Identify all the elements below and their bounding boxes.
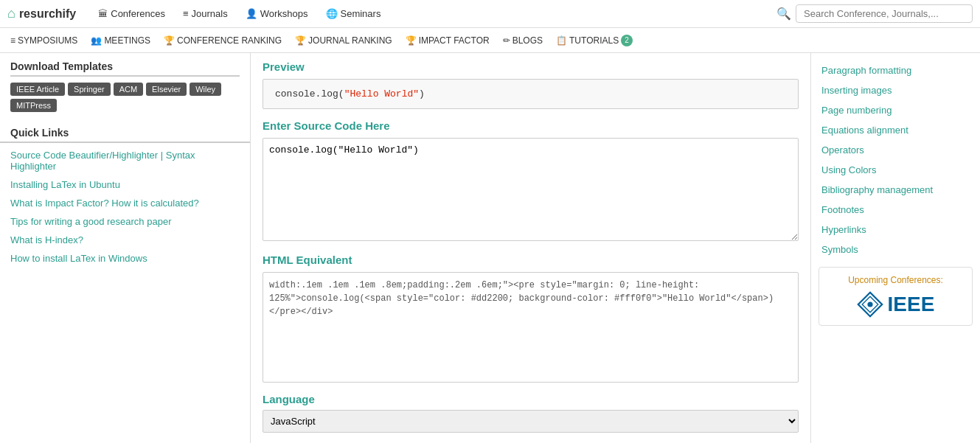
nav-workshops[interactable]: 👤 Workshops: [238, 5, 316, 22]
main-layout: Download Templates IEEE Article Springer…: [0, 53, 980, 443]
source-textarea[interactable]: console.log("Hello World"): [263, 138, 799, 241]
search-area: 🔍: [776, 4, 973, 23]
meetings-icon: 👥: [91, 35, 102, 46]
template-mitpress[interactable]: MITPress: [10, 99, 57, 112]
right-link-9[interactable]: Symbols: [811, 240, 980, 259]
right-link-2[interactable]: Page numbering: [811, 100, 980, 120]
top-nav-links: 🏛 Conferences ≡ Journals 👤 Workshops 🌐 S…: [91, 5, 776, 22]
svg-point-2: [867, 301, 872, 307]
quick-link-3[interactable]: Tips for writing a good research paper: [0, 212, 250, 231]
nav-journal-ranking[interactable]: 🏆 JOURNAL RANKING: [289, 32, 398, 49]
template-buttons: IEEE Article Springer ACM Elsevier Wiley…: [10, 83, 240, 112]
quick-links-title: Quick Links: [0, 119, 250, 143]
conf-ranking-icon: 🏆: [164, 35, 175, 46]
nav-seminars[interactable]: 🌐 Seminars: [319, 5, 389, 22]
html-equiv-title: HTML Equivalent: [263, 254, 799, 266]
logo-link[interactable]: ⌂ resurchify: [7, 6, 76, 21]
right-link-1[interactable]: Inserting images: [811, 80, 980, 100]
nav-impact-factor[interactable]: 🏆 IMPACT FACTOR: [400, 32, 496, 49]
search-input[interactable]: [796, 4, 973, 23]
upcoming-title: Upcoming Conferences:: [827, 275, 965, 285]
template-acm[interactable]: ACM: [114, 83, 143, 96]
search-button[interactable]: 🔍: [776, 7, 791, 21]
symposiums-icon: ≡: [10, 35, 15, 46]
preview-code: console.log("Hello World"): [275, 88, 425, 100]
ieee-text: IEEE: [888, 293, 935, 316]
nav-symposiums[interactable]: ≡ SYMPOSIUMS: [4, 32, 83, 49]
quick-link-1[interactable]: Installing LaTex in Ubuntu: [0, 175, 250, 194]
nav-conferences[interactable]: 🏛 Conferences: [91, 5, 173, 22]
second-nav: ≡ SYMPOSIUMS 👥 MEETINGS 🏆 CONFERENCE RAN…: [0, 28, 980, 53]
center-content: Preview console.log("Hello World") Enter…: [251, 53, 810, 443]
ieee-diamond-icon: [857, 291, 883, 318]
right-link-4[interactable]: Operators: [811, 140, 980, 160]
right-link-7[interactable]: Footnotes: [811, 200, 980, 220]
tutorials-icon: 📋: [556, 35, 567, 46]
language-select[interactable]: JavaScript: [263, 410, 799, 433]
nav-conference-ranking[interactable]: 🏆 CONFERENCE RANKING: [158, 32, 288, 49]
left-sidebar: Download Templates IEEE Article Springer…: [0, 53, 251, 443]
right-link-5[interactable]: Using Colors: [811, 160, 980, 180]
preview-box: console.log("Hello World"): [263, 79, 799, 109]
html-equiv-box[interactable]: width:.1em .1em .1em .8em;padding:.2em .…: [263, 272, 799, 383]
seminars-icon: 🌐: [326, 8, 338, 19]
template-wiley[interactable]: Wiley: [190, 83, 221, 96]
nav-tutorials[interactable]: 📋 TUTORIALS 2: [550, 32, 639, 49]
template-ieee[interactable]: IEEE Article: [10, 83, 65, 96]
download-templates-section: Download Templates IEEE Article Springer…: [0, 60, 250, 119]
upcoming-box: Upcoming Conferences: IEEE: [819, 267, 973, 326]
journal-ranking-icon: 🏆: [295, 35, 306, 46]
impact-factor-icon: 🏆: [406, 35, 417, 46]
top-nav: ⌂ resurchify 🏛 Conferences ≡ Journals 👤 …: [0, 0, 980, 28]
blogs-icon: ✏: [503, 35, 510, 46]
language-title: Language: [263, 393, 799, 405]
quick-link-2[interactable]: What is Impact Factor? How it is calcula…: [0, 194, 250, 212]
download-templates-title: Download Templates: [10, 60, 240, 77]
quick-link-5[interactable]: How to install LaTex in Windows: [0, 249, 250, 268]
source-title: Enter Source Code Here: [263, 119, 799, 132]
conferences-icon: 🏛: [98, 8, 108, 19]
preview-title: Preview: [263, 60, 799, 73]
nav-blogs[interactable]: ✏ BLOGS: [497, 32, 549, 49]
right-link-8[interactable]: Hyperlinks: [811, 220, 980, 240]
journals-icon: ≡: [183, 8, 189, 19]
tutorials-badge: 2: [621, 35, 633, 46]
home-icon: ⌂: [7, 6, 15, 21]
right-link-0[interactable]: Paragraph formatting: [811, 60, 980, 80]
ieee-logo: IEEE: [827, 291, 965, 318]
right-link-6[interactable]: Bibliography management: [811, 180, 980, 200]
right-sidebar: Paragraph formatting Inserting images Pa…: [810, 53, 980, 443]
logo-text: resurchify: [19, 7, 76, 21]
workshops-icon: 👤: [246, 8, 257, 19]
template-elsevier[interactable]: Elsevier: [146, 83, 187, 96]
nav-meetings[interactable]: 👥 MEETINGS: [85, 32, 156, 49]
template-springer[interactable]: Springer: [68, 83, 111, 96]
quick-link-4[interactable]: What is H-index?: [0, 231, 250, 249]
quick-link-0[interactable]: Source Code Beautifier/Highlighter | Syn…: [0, 146, 250, 175]
nav-journals[interactable]: ≡ Journals: [176, 5, 235, 22]
right-link-3[interactable]: Equations alignment: [811, 120, 980, 140]
